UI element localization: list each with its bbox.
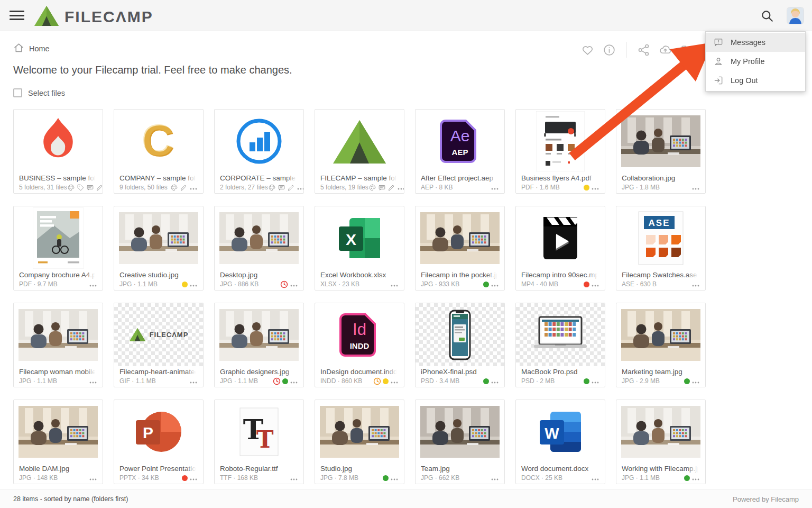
color-label-icon[interactable] xyxy=(368,184,376,192)
more-options-button[interactable] xyxy=(390,378,399,384)
color-label-icon[interactable] xyxy=(268,184,276,192)
more-options-button[interactable] xyxy=(691,282,700,287)
more-options-button[interactable] xyxy=(397,185,404,190)
menu-item-log-out[interactable]: Log Out xyxy=(706,71,805,90)
more-options-button[interactable] xyxy=(591,185,599,190)
menu-item-messages[interactable]: Messages xyxy=(706,33,805,52)
file-card[interactable]: MacBook Pro.psd PSD · 2 MB xyxy=(515,303,605,387)
content-area: Home Welcome to your Filecamp trial. Fee… xyxy=(0,42,812,484)
folder-icon[interactable] xyxy=(680,43,694,57)
file-name: Creative studio.jpg xyxy=(119,270,198,280)
breadcrumb[interactable]: Home xyxy=(13,42,50,55)
more-options-button[interactable] xyxy=(297,185,304,190)
svg-text:X: X xyxy=(346,231,356,248)
file-card[interactable]: Studio.jpg JPG · 7.8 MB xyxy=(315,400,404,484)
more-options-button[interactable] xyxy=(491,282,499,287)
file-card[interactable]: Filecamp in the pocket.jpg JPG · 933 KB xyxy=(415,206,505,291)
file-card[interactable]: Graphic designers.jpg JPG · 1.1 MB xyxy=(214,303,304,387)
file-meta: JPG · 886 KB xyxy=(220,280,259,288)
select-files-checkbox[interactable] xyxy=(13,88,22,97)
edit-icon[interactable] xyxy=(287,184,295,192)
file-thumbnail xyxy=(315,110,404,173)
search-icon[interactable] xyxy=(760,9,774,23)
more-options-button[interactable] xyxy=(189,475,198,481)
file-card[interactable]: Creative studio.jpg JPG · 1.1 MB xyxy=(114,206,204,291)
file-thumbnail: AeAEP xyxy=(416,110,504,173)
edit-icon[interactable] xyxy=(387,184,395,192)
file-name: Filecamp-heart-animated.gif xyxy=(119,367,198,377)
file-card[interactable]: Desktop.jpg JPG · 886 KB xyxy=(214,206,304,291)
folder-card[interactable]: CC COMPANY – sample folder 9 folders, 50… xyxy=(114,109,204,194)
approval-dot-green-icon xyxy=(483,378,489,384)
upload-cloud-icon[interactable] xyxy=(658,43,672,57)
file-card[interactable]: Working with Filecamp.jpg JPG · 1.1 MB xyxy=(616,400,706,484)
more-options-button[interactable] xyxy=(189,378,198,384)
toolbar-divider xyxy=(626,42,626,58)
user-avatar[interactable] xyxy=(787,7,804,24)
folder-card[interactable]: FILECAMP – sample folder 5 folders, 19 f… xyxy=(315,109,404,194)
more-options-button[interactable] xyxy=(591,475,599,481)
comment-icon[interactable] xyxy=(278,184,285,192)
more-options-button[interactable] xyxy=(290,378,298,384)
more-options-button[interactable] xyxy=(89,378,97,384)
more-options-button[interactable] xyxy=(390,282,399,287)
color-label-icon[interactable] xyxy=(170,184,178,192)
file-card[interactable]: Mobile DAM.jpg JPG · 148 KB xyxy=(13,400,103,484)
menu-item-my-profile[interactable]: My Profile xyxy=(706,52,805,71)
more-options-button[interactable] xyxy=(591,378,599,384)
file-card[interactable]: Filecamp intro 90sec.mp4 MP4 · 40 MB xyxy=(515,206,605,291)
more-options-button[interactable] xyxy=(491,475,499,481)
more-options-button[interactable] xyxy=(591,282,599,287)
tag-icon[interactable] xyxy=(77,184,85,192)
more-options-button[interactable] xyxy=(290,282,298,287)
file-card[interactable]: X Excel Workbook.xlsx XLSX · 23 KB xyxy=(315,206,404,291)
file-grid: BUSINESS – sample folder 5 folders, 31 f… xyxy=(13,109,799,484)
file-card[interactable]: ASE Filecamp Swatches.ase ASE · 630 B xyxy=(616,206,706,291)
file-card[interactable]: P Power Point Presentation.pptx PPTX · 3… xyxy=(114,400,204,484)
comment-icon[interactable] xyxy=(378,184,386,192)
select-files-control[interactable]: Select files xyxy=(13,88,799,97)
file-card[interactable]: Collaboration.jpg JPG · 1.8 MB xyxy=(616,109,706,194)
more-options-button[interactable] xyxy=(89,282,97,287)
file-card[interactable]: AeAEP After Effect project.aep AEP · 8 K… xyxy=(415,109,505,194)
file-card[interactable]: Team.jpg JPG · 662 KB xyxy=(415,400,505,484)
file-card[interactable]: FILECΛMP Filecamp-heart-animated.gif GIF… xyxy=(114,303,204,387)
favorite-heart-icon[interactable] xyxy=(580,43,594,57)
brand-name: FILECΛMP xyxy=(64,8,153,26)
more-options-button[interactable] xyxy=(491,378,499,384)
file-thumbnail xyxy=(516,110,605,173)
file-card[interactable]: IdINDD InDesign document.indd INDD · 860… xyxy=(315,303,404,387)
file-card[interactable]: W Word document.docx DOCX · 25 KB xyxy=(515,400,605,484)
file-thumbnail xyxy=(215,110,303,173)
file-meta: JPG · 1.1 MB xyxy=(622,474,660,482)
menu-icon[interactable] xyxy=(10,9,24,22)
more-options-button[interactable] xyxy=(691,185,700,190)
edit-icon[interactable] xyxy=(180,184,188,192)
svg-text:T: T xyxy=(256,426,274,453)
file-card[interactable]: TT Roboto-Regular.ttf TTF · 168 KB xyxy=(214,400,304,484)
more-options-button[interactable] xyxy=(189,282,198,287)
comment-icon[interactable] xyxy=(86,184,94,192)
more-options-button[interactable] xyxy=(390,475,399,481)
more-options-button[interactable] xyxy=(189,185,198,190)
more-options-button[interactable] xyxy=(691,475,700,481)
more-options-button[interactable] xyxy=(290,475,298,481)
share-icon[interactable] xyxy=(636,43,650,57)
file-name: Business flyers A4.pdf xyxy=(521,173,599,183)
file-card[interactable]: Marketing team.jpg JPG · 2.9 MB xyxy=(616,303,706,387)
more-options-button[interactable] xyxy=(491,185,499,190)
file-name: Filecamp intro 90sec.mp4 xyxy=(521,270,599,280)
file-card[interactable]: Filecamp woman mobile.jpg JPG · 1.1 MB xyxy=(13,303,103,387)
file-thumbnail xyxy=(14,303,103,366)
more-options-button[interactable] xyxy=(89,475,97,481)
more-options-button[interactable] xyxy=(691,378,700,384)
folder-card[interactable]: BUSINESS – sample folder 5 folders, 31 f… xyxy=(13,109,103,194)
file-card[interactable]: Business flyers A4.pdf PDF · 1.6 MB xyxy=(515,109,605,194)
file-card[interactable]: iPhoneX-final.psd PSD · 3.4 MB xyxy=(415,303,505,387)
edit-icon[interactable] xyxy=(96,184,103,192)
filecamp-logo[interactable]: FILECΛMP xyxy=(34,5,153,29)
color-label-icon[interactable] xyxy=(67,184,75,192)
folder-card[interactable]: CORPORATE – sample folder 2 folders, 27 … xyxy=(214,109,304,194)
file-card[interactable]: Company brochure A4.pdf PDF · 9.7 MB xyxy=(13,206,103,291)
info-icon[interactable] xyxy=(602,43,616,57)
